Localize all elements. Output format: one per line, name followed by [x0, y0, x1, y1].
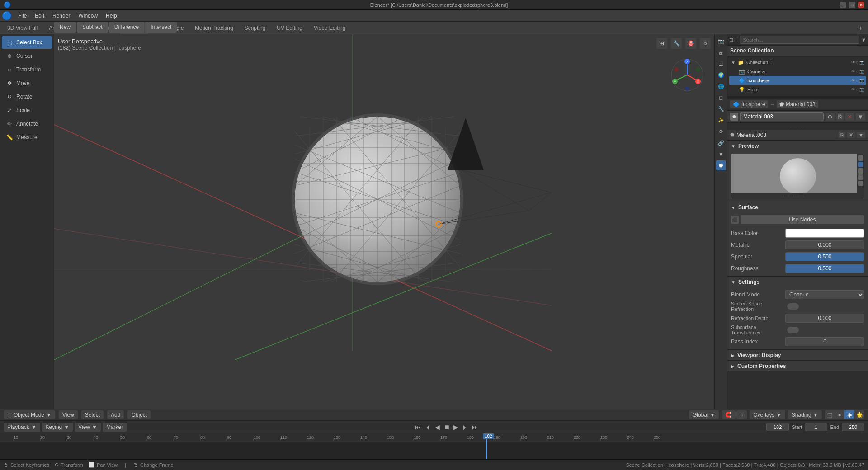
point-restrict-icon[interactable]: ○	[856, 87, 859, 92]
preview-mode-3[interactable]	[858, 168, 863, 174]
proportional-btn[interactable]: ○	[736, 410, 747, 419]
camera-eye-icon[interactable]: 👁	[851, 69, 855, 74]
rpanel-world-icon[interactable]: 🌐	[716, 81, 726, 91]
rpanel-particles-icon[interactable]: ✨	[716, 115, 726, 125]
tool-measure[interactable]: 📏 Measure	[2, 131, 52, 144]
surface-section-header[interactable]: ▼ Surface	[727, 202, 868, 212]
current-frame-input[interactable]	[766, 423, 789, 431]
tree-item-collection1[interactable]: ▼ 📁 Collection 1 👁 ○ 📷	[729, 58, 866, 67]
rpanel-filter-icon[interactable]: ⊞	[729, 37, 733, 43]
add-menu-btn[interactable]: Add	[107, 410, 124, 419]
jump-start-btn[interactable]: ⏮	[414, 423, 423, 431]
shading-btn[interactable]: Shading ▼	[788, 410, 822, 419]
stop-btn[interactable]: ⏹	[442, 423, 451, 431]
settings-section-header[interactable]: ▼ Settings	[727, 277, 868, 287]
rpanel-data-icon[interactable]: ▼	[716, 149, 726, 159]
preview-mode-5[interactable]	[858, 181, 863, 186]
menu-help[interactable]: Help	[102, 12, 121, 20]
tab-videoediting[interactable]: Video Editing	[308, 22, 351, 34]
material-copy-btn[interactable]: ⎘	[836, 113, 844, 121]
rpanel-search-input[interactable]	[740, 36, 859, 44]
refraction-depth-value[interactable]: 0.000	[785, 314, 864, 323]
preview-mode-1[interactable]	[858, 155, 863, 161]
rpanel-material-icon[interactable]: ⬟	[716, 160, 726, 170]
solid-btn[interactable]: ●	[835, 410, 844, 419]
rpanel-view-icons[interactable]: ≡	[735, 37, 738, 42]
custom-properties-header[interactable]: ▶ Custom Properties	[727, 361, 868, 371]
material-filter-btn[interactable]: ▼	[856, 113, 865, 121]
minimize-btn[interactable]: ─	[840, 2, 846, 8]
mat-prop-del-btn[interactable]: ✕	[847, 132, 855, 138]
preview-mode-2-active[interactable]	[858, 162, 863, 167]
maximize-btn[interactable]: □	[849, 2, 855, 8]
tab-motiontracking[interactable]: Motion Tracking	[189, 22, 239, 34]
metallic-value[interactable]: 0.000	[785, 240, 864, 249]
preview-mode-4[interactable]	[858, 174, 863, 180]
view-menu-btn[interactable]: View	[59, 410, 78, 419]
tree-item-point[interactable]: 💡 Point 👁 ○ 📷	[729, 85, 866, 94]
prev-frame-btn[interactable]: ⏴	[424, 423, 433, 431]
pass-index-value[interactable]: 0	[785, 337, 864, 346]
playback-menu-btn[interactable]: Playback ▼	[4, 423, 40, 432]
viewport-proportional-icon[interactable]: ○	[700, 38, 711, 49]
surface-shader-icon[interactable]: ⬛	[731, 216, 739, 224]
rpanel-filter-funnel-icon[interactable]: ▼	[861, 37, 866, 42]
viewport-overlay-icon[interactable]: ⊞	[656, 38, 667, 49]
tree-item-camera[interactable]: 📷 Camera 👁 ○ 📷	[729, 67, 866, 76]
marker-menu-btn[interactable]: Marker	[103, 423, 127, 432]
snap-btn[interactable]: 🧲	[722, 410, 736, 419]
preview-section-header[interactable]: ▼ Preview	[727, 141, 868, 151]
menu-edit[interactable]: Edit	[31, 12, 48, 20]
camera-cam-icon[interactable]: 📷	[859, 69, 864, 74]
specular-value[interactable]: 0.500	[785, 252, 864, 261]
nav-gizmo[interactable]: Z X Y	[669, 57, 705, 93]
tab-3dviewfull[interactable]: 3D View Full	[2, 22, 43, 34]
close-btn[interactable]: ✕	[858, 2, 864, 8]
play-btn[interactable]: ▶	[452, 423, 460, 431]
viewport-gizmo-icon[interactable]: 🔧	[671, 38, 682, 49]
blend-mode-select[interactable]: Opaque	[785, 290, 864, 299]
material-selector[interactable]: ⬟ Material.003	[777, 100, 818, 108]
material-delete-btn[interactable]: ✕	[845, 113, 854, 121]
rendered-btn[interactable]: 🌟	[854, 410, 864, 419]
add-workspace-btn[interactable]: +	[855, 24, 866, 33]
collection1-restrict-icon[interactable]: ○	[856, 60, 859, 65]
rpanel-modifier-icon[interactable]: 🔧	[716, 104, 726, 114]
point-eye-icon[interactable]: 👁	[851, 87, 855, 92]
screen-refraction-toggle[interactable]	[787, 303, 799, 310]
new-btn[interactable]: New	[54, 22, 76, 33]
object-selector[interactable]: 🔷 Icosphere	[730, 100, 768, 108]
view-menu-timeline-btn[interactable]: View ▼	[75, 423, 101, 432]
menu-file[interactable]: File	[14, 12, 30, 20]
icosphere-restrict-icon[interactable]: ○	[856, 78, 859, 83]
next-frame-btn[interactable]: ⏵	[461, 423, 470, 431]
intersect-btn[interactable]: Intersect	[145, 22, 177, 33]
tool-move[interactable]: ✥ Move	[2, 77, 52, 89]
icosphere-cam-icon[interactable]: 📷	[859, 78, 864, 83]
tool-rotate[interactable]: ↻ Rotate	[2, 90, 52, 103]
tree-item-icosphere[interactable]: 🔷 Icosphere 👁 ○ 📷	[729, 76, 866, 85]
base-color-swatch[interactable]	[785, 229, 864, 238]
point-cam-icon[interactable]: 📷	[859, 87, 864, 92]
material-preview-btn-active[interactable]: ◉	[844, 410, 854, 419]
tab-uvediting[interactable]: UV Editing	[271, 22, 308, 34]
wireframe-btn[interactable]: ⬚	[825, 410, 835, 419]
collection1-camera-icon[interactable]: 📷	[859, 60, 864, 65]
global-btn[interactable]: Global ▼	[689, 410, 719, 419]
viewport-display-header[interactable]: ▶ Viewport Display	[727, 350, 868, 360]
jump-end-btn[interactable]: ⏭	[471, 423, 480, 431]
tool-scale[interactable]: ⤢ Scale	[2, 104, 52, 117]
overlay-btn[interactable]: Overlays ▼	[750, 410, 785, 419]
material-name-input[interactable]	[740, 112, 824, 121]
reverse-play-btn[interactable]: ◀	[434, 423, 441, 431]
rpanel-scene-icon[interactable]: 🌍	[716, 70, 726, 80]
use-nodes-btn[interactable]: Use Nodes	[741, 215, 864, 224]
tool-cursor[interactable]: ⊕ Cursor	[2, 50, 52, 62]
timeline-track[interactable]: 10 20 30 40 50 60 70 80 90 100	[0, 433, 868, 459]
viewport-snap-icon[interactable]: 🎯	[685, 38, 696, 49]
tool-transform[interactable]: ↔ Transform	[2, 63, 52, 76]
rpanel-constraints-icon[interactable]: 🔗	[716, 138, 726, 148]
keying-menu-btn[interactable]: Keying ▼	[42, 423, 73, 432]
object-menu-btn[interactable]: Object	[127, 410, 151, 419]
icosphere-eye-icon[interactable]: 👁	[851, 78, 855, 83]
